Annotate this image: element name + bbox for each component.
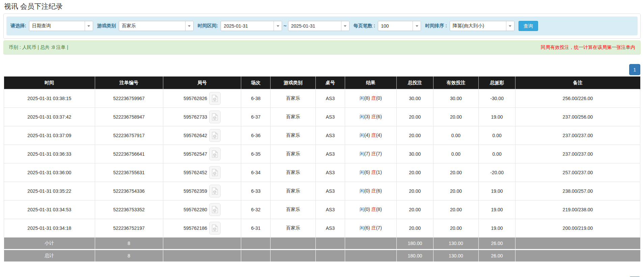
cell-game-type: 百家乐 [271, 145, 316, 163]
page-size-label: 每页笔数 : [354, 23, 375, 29]
result-player-score: (8) [364, 95, 370, 101]
cell-remark: 237.00/237.00 [515, 145, 640, 163]
cell-session: 6-34 [241, 163, 271, 182]
cell-round-id: 595762359 [163, 182, 241, 201]
cell-session: 6-36 [241, 126, 271, 145]
summary-valid-bet: 130.00 [433, 250, 479, 262]
total-bet-link[interactable]: 20.00 [396, 182, 433, 201]
total-bet-link[interactable]: 30.00 [396, 145, 433, 163]
chevron-down-icon[interactable] [413, 21, 421, 31]
cell-session: 6-35 [241, 145, 271, 163]
summary-row: 小计 8 180.00 130.00 26.00 [4, 238, 640, 250]
cell-time: 2025-01-31 03:36:33 [4, 145, 95, 163]
cell-remark: 257.00/237.00 [515, 163, 640, 182]
video-file-icon [212, 169, 218, 176]
summary-bar: 币别 : 人民币 | 总共 :8 注单 | 同局有效投注，统一计算在该局第一张注… [3, 40, 641, 55]
video-file-icon [212, 187, 218, 195]
cell-time: 2025-01-31 03:38:15 [4, 89, 95, 108]
page-title: 视讯 会员下注纪录 [4, 2, 644, 11]
chevron-down-icon[interactable] [506, 21, 514, 31]
cell-valid-bet: 20.00 [433, 108, 479, 126]
chevron-down-icon[interactable] [85, 21, 93, 31]
result-banker: 庄 [371, 114, 376, 119]
date-to-picker[interactable]: 2025-01-31 [288, 21, 349, 31]
cell-time: 2025-01-31 03:35:22 [4, 182, 95, 201]
video-replay-button[interactable] [209, 111, 221, 123]
total-bet-link[interactable]: 20.00 [396, 219, 433, 238]
sort-dropdown[interactable]: 降冪(由大到小) [450, 21, 514, 31]
cell-time: 2025-01-31 03:34:53 [4, 201, 95, 219]
result-player: 闲 [360, 114, 364, 119]
header-cell: 桌号 [316, 77, 345, 89]
range-separator: ~ [283, 23, 286, 29]
cell-bet-id: 522236755631 [95, 163, 163, 182]
video-replay-button[interactable] [209, 129, 221, 142]
search-button[interactable]: 查询 [519, 21, 538, 31]
chevron-down-icon[interactable] [185, 21, 193, 31]
total-bet-link[interactable]: 20.00 [396, 163, 433, 182]
chevron-down-icon[interactable] [274, 21, 282, 31]
chevron-down-icon[interactable] [341, 21, 349, 31]
bet-row: 2025-01-31 03:34:53 522236753352 5957622… [4, 201, 640, 219]
video-replay-button[interactable] [209, 148, 221, 160]
result-banker: 庄 [371, 132, 376, 138]
header-cell: 总派彩 [478, 77, 515, 89]
page-button-1[interactable]: 1 [629, 64, 640, 75]
total-bet-link[interactable]: 30.00 [396, 89, 433, 108]
query-type-dropdown[interactable]: 日期查询 [29, 21, 93, 31]
filter-bar: 请选择: 日期查询 游戏类别 百家乐 时间区间: 2025-01-31 [6, 17, 638, 35]
bet-row: 2025-01-31 03:37:42 522236758947 5957627… [4, 108, 640, 126]
cell-game-type: 百家乐 [271, 201, 316, 219]
cell-valid-bet: 20.00 [433, 201, 479, 219]
cell-table-no: AS3 [316, 145, 345, 163]
cell-remark: 237.00/256.00 [515, 108, 640, 126]
video-replay-button[interactable] [209, 92, 221, 105]
cell-result: 闲(8) 庄(0) [345, 89, 396, 108]
video-replay-button[interactable] [209, 166, 221, 179]
summary-total-bet: 180.00 [396, 250, 433, 262]
result-player: 闲 [360, 132, 364, 138]
query-type-label: 请选择: [10, 23, 26, 29]
table-header-row: 时间注单编号局号场次游戏类别桌号结果总投注有效投注总派彩备注 [4, 77, 640, 89]
summary-count: 8 [95, 250, 163, 262]
header-cell: 备注 [515, 77, 640, 89]
video-replay-button[interactable] [209, 222, 221, 235]
total-bet-link[interactable]: 20.00 [396, 108, 433, 126]
game-type-dropdown[interactable]: 百家乐 [119, 21, 194, 31]
bet-table-body: 2025-01-31 03:38:15 522236759967 5957628… [4, 89, 640, 238]
cell-payout: 19.00 [478, 201, 515, 219]
round-id: 595762642 [184, 133, 207, 138]
result-banker-score: (0) [376, 95, 382, 101]
video-replay-button[interactable] [209, 185, 221, 197]
result-player: 闲 [360, 225, 364, 230]
total-bet-link[interactable]: 20.00 [396, 201, 433, 219]
sort-label: 时间排序 : [425, 23, 447, 29]
total-bet-link[interactable]: 20.00 [396, 126, 433, 145]
result-player: 闲 [360, 95, 364, 101]
summary-label: 总计 [4, 250, 95, 262]
page-size-dropdown[interactable]: 100 [378, 21, 421, 31]
date-from-value: 2025-01-31 [221, 21, 274, 31]
round-id: 595762826 [184, 96, 207, 101]
date-from-picker[interactable]: 2025-01-31 [221, 21, 282, 31]
cell-valid-bet: 20.00 [433, 163, 479, 182]
summary-row: 总计 8 180.00 130.00 26.00 [4, 250, 640, 262]
video-file-icon [212, 113, 218, 121]
round-id: 595762452 [184, 170, 207, 175]
time-range-group: 时间区间: 2025-01-31 ~ 2025-01-31 [198, 21, 349, 31]
header-cell: 游戏类别 [271, 77, 316, 89]
result-banker-score: (6) [376, 114, 382, 119]
cell-round-id: 595762547 [163, 145, 241, 163]
cell-game-type: 百家乐 [271, 163, 316, 182]
cell-bet-id: 522236756641 [95, 145, 163, 163]
summary-payout: 26.00 [478, 250, 515, 262]
page-size-group: 每页笔数 : 100 [354, 21, 421, 31]
cell-result: 闲(6) 庄(1) [345, 163, 396, 182]
cell-bet-id: 522236754336 [95, 182, 163, 201]
cell-payout: -20.00 [478, 163, 515, 182]
cell-bet-id: 522236753352 [95, 201, 163, 219]
cell-payout: 19.00 [478, 182, 515, 201]
cell-result: 闲(0) 庄(6) [345, 182, 396, 201]
video-replay-button[interactable] [209, 203, 221, 216]
game-type-value: 百家乐 [119, 21, 185, 31]
